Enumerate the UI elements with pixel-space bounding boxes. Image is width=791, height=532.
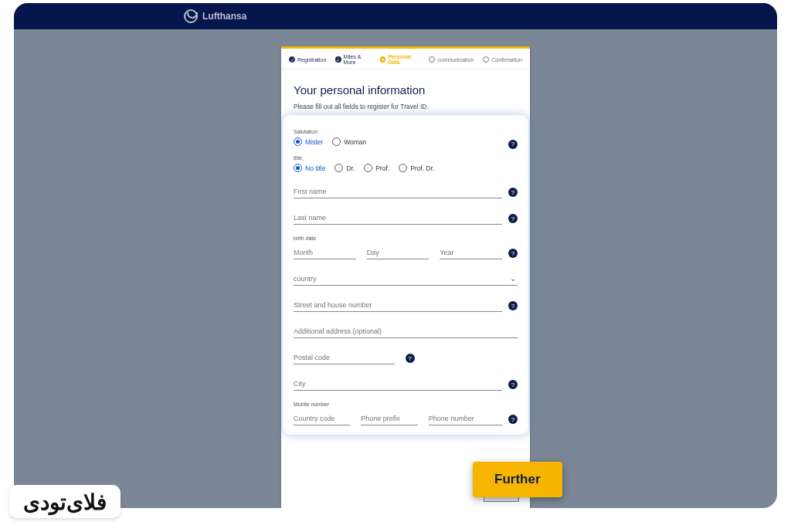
watermark-logo: فلای‌تودی [9,485,121,518]
check-icon: ✓ [335,56,341,63]
radio-mister[interactable]: Mister [294,137,323,146]
radio-no-title[interactable]: No title [294,164,325,172]
radio-dr[interactable]: Dr. [334,164,355,172]
radio-prof[interactable]: Prof. [364,164,389,172]
radio-icon [294,137,302,146]
help-icon[interactable]: ? [508,214,518,223]
phone-number-field[interactable] [429,410,502,425]
help-icon[interactable]: ? [406,354,415,363]
top-navbar: Lufthansa [14,3,777,29]
additional-address-field[interactable] [294,323,518,338]
title-group: No title Dr. Prof. Prof. Dr. [294,164,518,172]
birth-date-label: birth date [294,236,518,241]
help-icon[interactable]: ? [508,249,518,258]
radio-icon [332,137,341,146]
registration-card: ✓ Registration ✓ Miles & More ● Personal… [281,46,530,508]
mobile-number-label: Mobile number [294,402,518,407]
country-code-field[interactable] [294,410,350,425]
postal-code-field[interactable] [294,349,395,364]
radio-prof-dr[interactable]: Prof. Dr. [399,164,434,172]
phone-prefix-field[interactable] [361,410,417,425]
step-communication: communication [429,54,474,65]
last-name-field[interactable] [294,209,502,225]
step-confirmation: Confirmation [483,54,522,65]
salutation-label: Salutation [294,129,518,134]
brand-name: Lufthansa [202,11,246,22]
radio-icon [399,164,407,172]
step-personal-data: ● Personal Data [380,54,419,65]
first-name-field[interactable] [294,183,502,198]
birth-year-field[interactable] [440,244,502,259]
title-label: title [294,155,518,161]
help-icon[interactable]: ? [508,301,518,310]
page-subtext: Please fill out all fields to register f… [294,103,518,110]
logo-icon [184,9,198,23]
page-title: Your personal information [294,83,518,97]
city-field[interactable] [294,375,502,391]
brand-logo: Lufthansa [184,9,246,23]
salutation-group: Mister Woman [294,137,366,146]
radio-icon [294,164,302,172]
highlighted-form-area: Salutation Mister Woman ? title [286,118,525,432]
help-icon[interactable]: ? [508,415,518,424]
further-button[interactable]: Further [473,462,562,497]
app-frame: Lufthansa ✓ Registration ✓ Miles & More … [14,3,777,508]
radio-icon [334,164,343,172]
dot-icon: ● [380,56,385,63]
circle-icon [483,56,489,63]
birth-day-field[interactable] [367,244,429,259]
street-field[interactable] [294,296,502,312]
birth-month-field[interactable] [294,244,356,259]
step-miles: ✓ Miles & More [335,54,371,65]
check-icon: ✓ [289,56,295,63]
help-icon[interactable]: ? [508,140,518,149]
progress-steps: ✓ Registration ✓ Miles & More ● Personal… [281,49,530,69]
help-icon[interactable]: ? [508,188,518,197]
radio-icon [364,164,372,172]
step-registration: ✓ Registration [289,54,326,65]
card-body: Your personal information Please fill ou… [281,69,530,470]
circle-icon [429,56,435,63]
country-select[interactable] [294,270,518,286]
help-icon[interactable]: ? [508,380,518,389]
radio-woman[interactable]: Woman [332,137,366,146]
